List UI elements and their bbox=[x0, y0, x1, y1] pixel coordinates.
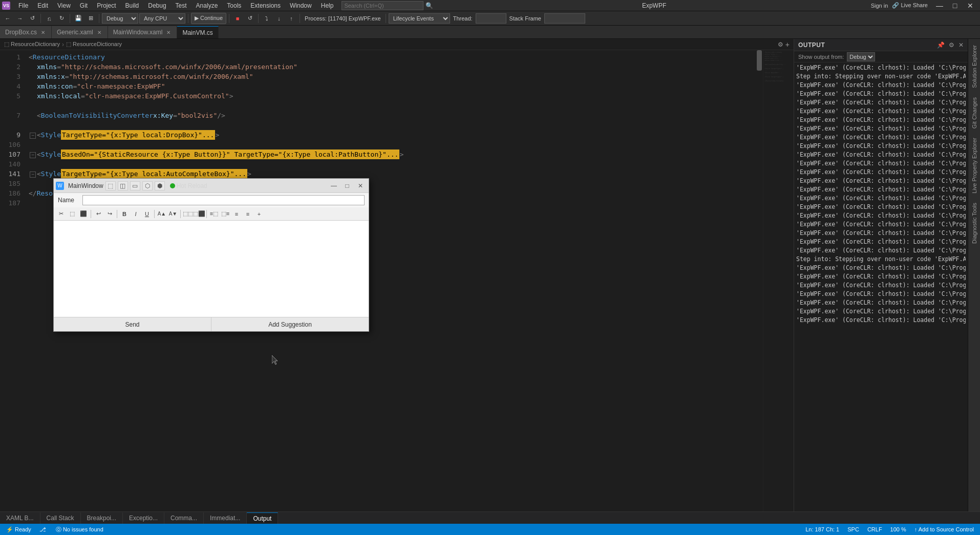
maximize-btn[interactable]: □ bbox=[947, 0, 963, 11]
fw-align-right-btn[interactable]: ≡ bbox=[231, 209, 242, 219]
status-git[interactable]: ⎇ bbox=[37, 526, 50, 533]
close-tab-icon[interactable]: ✕ bbox=[96, 30, 102, 35]
status-add-source-control[interactable]: ↑ Add to Source Control bbox=[912, 526, 976, 532]
tab-generic-xaml[interactable]: Generic.xaml ✕ bbox=[52, 26, 108, 38]
fw-underline-btn[interactable]: U bbox=[142, 209, 152, 219]
fw-suggestion-btn[interactable]: Add Suggestion bbox=[211, 317, 369, 331]
menu-build[interactable]: Build bbox=[121, 1, 143, 10]
output-pin-icon[interactable]: 📌 bbox=[937, 41, 945, 49]
fw-align-left-btn[interactable]: ≡⬚ bbox=[209, 209, 219, 219]
fw-tool-select[interactable]: ⬚ bbox=[105, 181, 116, 190]
fw-name-input[interactable] bbox=[82, 195, 365, 205]
output-gear-icon[interactable]: ⚙ bbox=[949, 41, 954, 49]
forward-btn[interactable]: → bbox=[14, 13, 26, 24]
fw-fontdown-btn[interactable]: A▼ bbox=[168, 209, 178, 219]
status-line-col[interactable]: Ln: 187 Ch: 1 bbox=[803, 526, 841, 532]
breadcrumb-gear[interactable]: ⚙ bbox=[778, 41, 783, 48]
tab-dropbox-cs[interactable]: DropBox.cs ✕ bbox=[0, 26, 52, 38]
fw-tool-hex2[interactable]: ⬢ bbox=[155, 181, 165, 190]
right-tab-git-changes[interactable]: Git Changes bbox=[969, 93, 979, 133]
right-tab-live-property[interactable]: Live Property Explorer bbox=[969, 134, 979, 198]
search-input[interactable] bbox=[342, 1, 423, 10]
undo-btn[interactable]: ⎌ bbox=[44, 13, 55, 24]
menu-window[interactable]: Window bbox=[286, 1, 316, 10]
right-tab-solution-explorer[interactable]: Solution Explorer bbox=[969, 41, 979, 92]
status-issues[interactable]: ⓪ No issues found bbox=[54, 526, 105, 533]
fw-tool-rect[interactable]: ▭ bbox=[130, 181, 140, 190]
fw-content-area[interactable] bbox=[54, 221, 369, 317]
fw-minimize-btn[interactable]: — bbox=[328, 181, 340, 191]
stack-frame-input[interactable] bbox=[544, 13, 585, 24]
tab-mainwindow-xaml[interactable]: MainWindow.xaml ✕ bbox=[108, 26, 178, 38]
status-zoom[interactable]: 100 % bbox=[888, 526, 908, 532]
tab-call-stack[interactable]: Call Stack bbox=[40, 512, 81, 524]
search-icon[interactable]: 🔍 bbox=[425, 2, 433, 9]
status-line-ending[interactable]: CRLF bbox=[865, 526, 884, 532]
tab-breakpoints[interactable]: Breakpoi... bbox=[81, 512, 123, 524]
fw-send-btn[interactable]: Send bbox=[54, 317, 211, 331]
menu-edit[interactable]: Edit bbox=[33, 1, 52, 10]
fw-paste-btn[interactable]: ⬛ bbox=[78, 209, 89, 219]
collapse-btn-107[interactable]: − bbox=[30, 152, 36, 158]
fw-tool-hex1[interactable]: ⬡ bbox=[142, 181, 153, 190]
fw-cut-btn[interactable]: ✂ bbox=[56, 209, 66, 219]
tab-immediate[interactable]: Immediat... bbox=[204, 512, 247, 524]
output-content[interactable]: 'ExpWPF.exe' (CoreCLR: clrhost): Loaded … bbox=[794, 62, 968, 511]
fw-undo-btn[interactable]: ↩ bbox=[93, 209, 103, 219]
lifecycle-select[interactable]: Lifecycle Events bbox=[389, 13, 450, 24]
tab-command[interactable]: Comma... bbox=[164, 512, 204, 524]
collapse-btn-9[interactable]: − bbox=[30, 133, 36, 139]
continue-btn[interactable]: ▶ Continue bbox=[191, 13, 226, 24]
menu-analyze[interactable]: Analyze bbox=[192, 1, 222, 10]
back-btn[interactable]: ← bbox=[2, 13, 13, 24]
menu-view[interactable]: View bbox=[53, 1, 75, 10]
menu-file[interactable]: File bbox=[14, 1, 32, 10]
restart-btn[interactable]: ↺ bbox=[244, 13, 255, 24]
menu-extensions[interactable]: Extensions bbox=[246, 1, 285, 10]
fw-indent-btn[interactable]: ⬚⬚ bbox=[183, 209, 193, 219]
close-tab-icon[interactable]: ✕ bbox=[165, 30, 172, 35]
menu-tools[interactable]: Tools bbox=[223, 1, 245, 10]
menu-test[interactable]: Test bbox=[172, 1, 191, 10]
fw-copy-btn[interactable]: ⬚ bbox=[67, 209, 77, 219]
menu-debug[interactable]: Debug bbox=[144, 1, 170, 10]
fw-hot-reload[interactable]: Hot Reload bbox=[170, 182, 207, 189]
save-all-btn[interactable]: ⊞ bbox=[85, 13, 96, 24]
close-btn[interactable]: ✕ bbox=[963, 0, 978, 11]
cpu-select[interactable]: Any CPU x64 x86 bbox=[139, 13, 185, 24]
output-source-select[interactable]: Debug Build bbox=[847, 52, 875, 61]
step-out-btn[interactable]: ↑ bbox=[286, 13, 297, 24]
tab-output[interactable]: Output bbox=[247, 512, 278, 524]
tab-mainvm-cs[interactable]: MainVM.cs bbox=[177, 26, 218, 38]
breadcrumb-dict[interactable]: ⬚ ResourceDictionary bbox=[4, 41, 60, 48]
menu-git[interactable]: Git bbox=[76, 1, 92, 10]
status-encoding[interactable]: SPC bbox=[845, 526, 861, 532]
right-tab-diagnostic[interactable]: Diagnostic Tools bbox=[969, 199, 979, 248]
minimize-btn[interactable]: — bbox=[932, 0, 947, 11]
step-over-btn[interactable]: ⤵ bbox=[261, 13, 272, 24]
tab-xaml-binding[interactable]: XAML B... bbox=[0, 512, 40, 524]
menu-project[interactable]: Project bbox=[93, 1, 120, 10]
refresh-btn[interactable]: ↺ bbox=[27, 13, 38, 24]
fw-fontup-btn[interactable]: A▲ bbox=[157, 209, 167, 219]
fw-outdent-btn[interactable]: ⬚⬛ bbox=[194, 209, 204, 219]
fw-close-btn[interactable]: ✕ bbox=[354, 181, 367, 191]
fw-list-btn[interactable]: ≡ bbox=[243, 209, 253, 219]
output-close-icon[interactable]: ✕ bbox=[958, 41, 964, 49]
fw-add-btn[interactable]: + bbox=[254, 209, 264, 219]
debug-mode-select[interactable]: Debug Release bbox=[102, 13, 138, 24]
redo-btn[interactable]: ↻ bbox=[56, 13, 67, 24]
save-btn[interactable]: 💾 bbox=[73, 13, 84, 24]
status-ready[interactable]: ⚡ Ready bbox=[4, 526, 33, 533]
fw-redo-btn[interactable]: ↪ bbox=[104, 209, 115, 219]
step-into-btn[interactable]: ↓ bbox=[273, 13, 285, 24]
collapse-btn-141[interactable]: − bbox=[30, 172, 36, 178]
fw-maximize-btn[interactable]: □ bbox=[341, 181, 353, 191]
scrollbar-thumb[interactable] bbox=[757, 50, 762, 71]
fw-bold-btn[interactable]: B bbox=[119, 209, 130, 219]
signin-link[interactable]: Sign in bbox=[871, 3, 888, 9]
fw-italic-btn[interactable]: I bbox=[131, 209, 141, 219]
menu-help[interactable]: Help bbox=[317, 1, 338, 10]
tab-exception[interactable]: Exceptio... bbox=[123, 512, 164, 524]
liveshare-btn[interactable]: 🔗 Live Share bbox=[892, 2, 928, 9]
